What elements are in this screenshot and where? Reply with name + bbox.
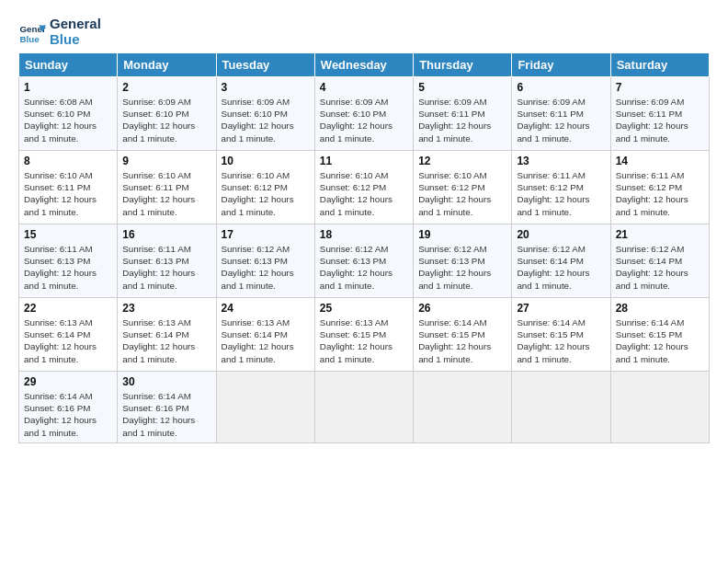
day-number: 7 [616, 81, 704, 94]
day-info: Sunrise: 6:09 AM Sunset: 6:11 PM Dayligh… [517, 96, 605, 144]
weekday-header: Thursday [414, 53, 512, 77]
day-number: 24 [222, 302, 310, 315]
calendar-cell: 29 Sunrise: 6:14 AM Sunset: 6:16 PM Dayl… [19, 372, 118, 443]
calendar-cell: 10 Sunrise: 6:10 AM Sunset: 6:12 PM Dayl… [216, 151, 314, 224]
weekday-header: Wednesday [314, 53, 413, 77]
calendar-cell: 11 Sunrise: 6:10 AM Sunset: 6:12 PM Dayl… [314, 151, 413, 224]
day-number: 4 [320, 81, 408, 94]
calendar-cell: 4 Sunrise: 6:09 AM Sunset: 6:10 PM Dayli… [314, 77, 413, 151]
calendar-cell [610, 372, 709, 443]
day-number: 29 [24, 375, 112, 388]
day-info: Sunrise: 6:11 AM Sunset: 6:12 PM Dayligh… [616, 169, 704, 218]
calendar-cell: 14 Sunrise: 6:11 AM Sunset: 6:12 PM Dayl… [610, 151, 709, 224]
calendar-cell: 16 Sunrise: 6:11 AM Sunset: 6:13 PM Dayl… [118, 224, 216, 298]
day-number: 28 [616, 302, 704, 315]
day-info: Sunrise: 6:13 AM Sunset: 6:14 PM Dayligh… [24, 316, 112, 365]
svg-text:Blue: Blue [20, 33, 40, 43]
day-number: 30 [122, 375, 210, 388]
day-info: Sunrise: 6:10 AM Sunset: 6:11 PM Dayligh… [24, 169, 112, 218]
calendar-cell: 19 Sunrise: 6:12 AM Sunset: 6:13 PM Dayl… [414, 224, 512, 298]
day-number: 18 [320, 228, 408, 241]
calendar-cell: 18 Sunrise: 6:12 AM Sunset: 6:13 PM Dayl… [314, 224, 413, 298]
day-number: 17 [222, 228, 310, 241]
day-info: Sunrise: 6:14 AM Sunset: 6:15 PM Dayligh… [418, 316, 506, 365]
calendar-cell: 17 Sunrise: 6:12 AM Sunset: 6:13 PM Dayl… [216, 224, 314, 298]
calendar-cell: 12 Sunrise: 6:10 AM Sunset: 6:12 PM Dayl… [414, 151, 512, 224]
day-number: 23 [122, 302, 210, 315]
day-info: Sunrise: 6:12 AM Sunset: 6:14 PM Dayligh… [517, 243, 605, 292]
day-info: Sunrise: 6:13 AM Sunset: 6:14 PM Dayligh… [122, 316, 210, 365]
calendar-cell: 25 Sunrise: 6:13 AM Sunset: 6:15 PM Dayl… [314, 298, 413, 372]
calendar-cell: 3 Sunrise: 6:09 AM Sunset: 6:10 PM Dayli… [216, 77, 314, 151]
day-number: 26 [418, 302, 506, 315]
day-info: Sunrise: 6:12 AM Sunset: 6:13 PM Dayligh… [222, 243, 310, 292]
weekday-header: Sunday [19, 53, 118, 77]
weekday-header: Friday [512, 53, 610, 77]
day-info: Sunrise: 6:13 AM Sunset: 6:14 PM Dayligh… [222, 316, 310, 365]
day-info: Sunrise: 6:10 AM Sunset: 6:11 PM Dayligh… [122, 169, 210, 218]
day-info: Sunrise: 6:09 AM Sunset: 6:10 PM Dayligh… [222, 96, 310, 144]
day-info: Sunrise: 6:14 AM Sunset: 6:16 PM Dayligh… [24, 390, 112, 439]
calendar-cell: 28 Sunrise: 6:14 AM Sunset: 6:15 PM Dayl… [610, 298, 709, 372]
logo: General Blue General Blue [18, 17, 101, 47]
calendar-cell: 23 Sunrise: 6:13 AM Sunset: 6:14 PM Dayl… [118, 298, 216, 372]
day-info: Sunrise: 6:11 AM Sunset: 6:12 PM Dayligh… [517, 169, 605, 218]
calendar-cell [512, 372, 610, 443]
calendar-cell: 15 Sunrise: 6:11 AM Sunset: 6:13 PM Dayl… [19, 224, 118, 298]
day-info: Sunrise: 6:11 AM Sunset: 6:13 PM Dayligh… [24, 243, 112, 292]
calendar-cell: 24 Sunrise: 6:13 AM Sunset: 6:14 PM Dayl… [216, 298, 314, 372]
day-number: 8 [24, 155, 112, 167]
day-info: Sunrise: 6:09 AM Sunset: 6:10 PM Dayligh… [320, 96, 408, 144]
day-info: Sunrise: 6:10 AM Sunset: 6:12 PM Dayligh… [320, 169, 408, 218]
day-number: 19 [418, 228, 506, 241]
day-info: Sunrise: 6:14 AM Sunset: 6:15 PM Dayligh… [616, 316, 704, 365]
day-number: 20 [517, 228, 605, 241]
day-info: Sunrise: 6:09 AM Sunset: 6:11 PM Dayligh… [418, 96, 506, 144]
day-number: 10 [222, 155, 310, 167]
day-info: Sunrise: 6:12 AM Sunset: 6:14 PM Dayligh… [616, 243, 704, 292]
calendar-cell: 21 Sunrise: 6:12 AM Sunset: 6:14 PM Dayl… [610, 224, 709, 298]
day-number: 9 [122, 155, 210, 167]
day-number: 3 [222, 81, 310, 94]
day-info: Sunrise: 6:12 AM Sunset: 6:13 PM Dayligh… [418, 243, 506, 292]
calendar-cell [314, 372, 413, 443]
calendar-cell: 6 Sunrise: 6:09 AM Sunset: 6:11 PM Dayli… [512, 77, 610, 151]
day-info: Sunrise: 6:12 AM Sunset: 6:13 PM Dayligh… [320, 243, 408, 292]
day-number: 5 [418, 81, 506, 94]
day-number: 14 [616, 155, 704, 167]
day-number: 13 [517, 155, 605, 167]
calendar-cell [414, 372, 512, 443]
day-info: Sunrise: 6:09 AM Sunset: 6:11 PM Dayligh… [616, 96, 704, 144]
day-info: Sunrise: 6:10 AM Sunset: 6:12 PM Dayligh… [222, 169, 310, 218]
day-number: 12 [418, 155, 506, 167]
day-number: 1 [24, 81, 112, 94]
calendar-cell: 7 Sunrise: 6:09 AM Sunset: 6:11 PM Dayli… [610, 77, 709, 151]
weekday-header: Tuesday [216, 53, 314, 77]
day-number: 6 [517, 81, 605, 94]
day-number: 27 [517, 302, 605, 315]
day-info: Sunrise: 6:14 AM Sunset: 6:15 PM Dayligh… [517, 316, 605, 365]
calendar-cell: 1 Sunrise: 6:08 AM Sunset: 6:10 PM Dayli… [19, 77, 118, 151]
day-number: 22 [24, 302, 112, 315]
calendar-cell: 2 Sunrise: 6:09 AM Sunset: 6:10 PM Dayli… [118, 77, 216, 151]
calendar-table: SundayMondayTuesdayWednesdayThursdayFrid… [18, 52, 710, 443]
day-info: Sunrise: 6:11 AM Sunset: 6:13 PM Dayligh… [122, 243, 210, 292]
calendar-cell: 30 Sunrise: 6:14 AM Sunset: 6:16 PM Dayl… [118, 372, 216, 443]
day-info: Sunrise: 6:13 AM Sunset: 6:15 PM Dayligh… [320, 316, 408, 365]
day-number: 11 [320, 155, 408, 167]
calendar-cell: 26 Sunrise: 6:14 AM Sunset: 6:15 PM Dayl… [414, 298, 512, 372]
calendar-cell: 5 Sunrise: 6:09 AM Sunset: 6:11 PM Dayli… [414, 77, 512, 151]
day-number: 21 [616, 228, 704, 241]
calendar-cell: 20 Sunrise: 6:12 AM Sunset: 6:14 PM Dayl… [512, 224, 610, 298]
day-info: Sunrise: 6:09 AM Sunset: 6:10 PM Dayligh… [122, 96, 210, 144]
day-info: Sunrise: 6:14 AM Sunset: 6:16 PM Dayligh… [122, 390, 210, 439]
day-info: Sunrise: 6:08 AM Sunset: 6:10 PM Dayligh… [24, 96, 112, 144]
day-info: Sunrise: 6:10 AM Sunset: 6:12 PM Dayligh… [418, 169, 506, 218]
calendar-cell [216, 372, 314, 443]
calendar-cell: 9 Sunrise: 6:10 AM Sunset: 6:11 PM Dayli… [118, 151, 216, 224]
weekday-header: Saturday [610, 53, 709, 77]
weekday-header: Monday [118, 53, 216, 77]
calendar-cell: 13 Sunrise: 6:11 AM Sunset: 6:12 PM Dayl… [512, 151, 610, 224]
calendar-cell: 8 Sunrise: 6:10 AM Sunset: 6:11 PM Dayli… [19, 151, 118, 224]
day-number: 16 [122, 228, 210, 241]
